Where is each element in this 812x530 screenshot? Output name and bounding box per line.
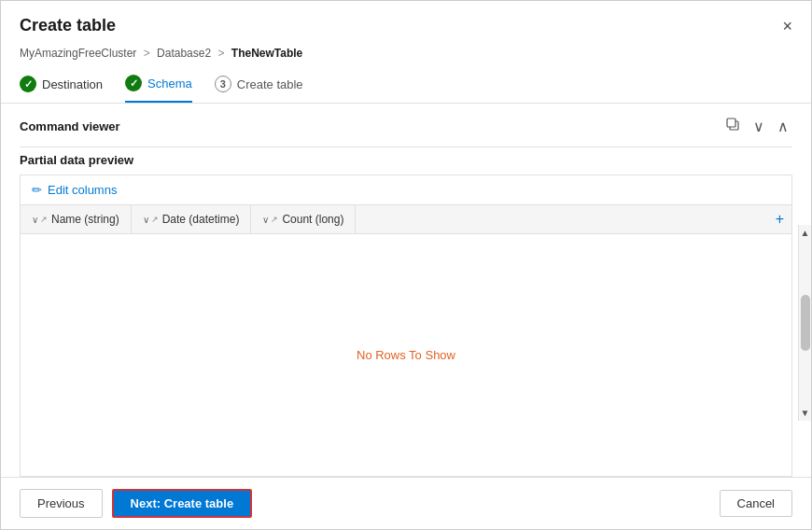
step-schema-icon: ✓ xyxy=(125,75,142,91)
scroll-up-icon[interactable]: ∧ xyxy=(774,116,792,137)
edit-columns-row: ✏ Edit columns xyxy=(21,175,791,205)
cancel-button[interactable]: Cancel xyxy=(720,490,792,517)
table-header: ∨ ↗ Name (string) ∨ ↗ Date (datetime) ∨ … xyxy=(21,205,791,234)
command-viewer-icons: ∨ ∧ xyxy=(721,115,792,137)
breadcrumb-sep2: > xyxy=(217,47,224,60)
data-table: ✏ Edit columns ∨ ↗ Name (string) ∨ ↗ Dat… xyxy=(20,174,792,477)
step-schema-label: Schema xyxy=(147,77,192,91)
step-create-table[interactable]: 3 Create table xyxy=(215,76,303,102)
breadcrumb: MyAmazingFreeCluster > Database2 > TheNe… xyxy=(1,43,811,67)
create-table-dialog: Create table × MyAmazingFreeCluster > Da… xyxy=(0,0,812,530)
command-viewer-section: Command viewer ∨ ∧ xyxy=(1,104,811,146)
copy-icon[interactable] xyxy=(721,115,744,137)
footer-left: Previous Next: Create table xyxy=(20,489,252,518)
scroll-thumb[interactable] xyxy=(801,295,810,351)
pencil-icon: ✏ xyxy=(32,183,42,197)
step-destination-label: Destination xyxy=(42,77,103,91)
collapse-icon[interactable]: ∨ xyxy=(749,116,768,137)
edit-columns-link[interactable]: Edit columns xyxy=(48,183,117,197)
previous-button[interactable]: Previous xyxy=(20,489,103,518)
command-viewer-label: Command viewer xyxy=(20,119,120,133)
scroll-down-arrow[interactable]: ▼ xyxy=(798,405,811,421)
breadcrumb-table: TheNewTable xyxy=(231,47,302,60)
main-content: Command viewer ∨ ∧ Partial data preview … xyxy=(1,104,811,477)
empty-message: No Rows To Show xyxy=(357,348,455,362)
steps-nav: ✓ Destination ✓ Schema 3 Create table xyxy=(1,67,811,104)
col-name-label: Name (string) xyxy=(51,213,119,226)
dialog-footer: Previous Next: Create table Cancel xyxy=(1,477,811,529)
add-column-button[interactable]: + xyxy=(776,211,784,228)
step-create-table-label: Create table xyxy=(237,77,303,91)
step-destination-icon: ✓ xyxy=(20,76,36,92)
dialog-title: Create table xyxy=(20,16,116,35)
scroll-up-arrow[interactable]: ▲ xyxy=(798,225,811,241)
col-date-label: Date (datetime) xyxy=(162,213,240,226)
scrollbar[interactable]: ▲ ▼ xyxy=(798,225,811,421)
breadcrumb-db: Database2 xyxy=(157,47,211,60)
breadcrumb-sep1: > xyxy=(144,47,150,60)
col-header-date[interactable]: ∨ ↗ Date (datetime) xyxy=(132,205,252,233)
svg-rect-1 xyxy=(727,119,735,127)
col-header-name[interactable]: ∨ ↗ Name (string) xyxy=(21,205,132,233)
partial-preview-label: Partial data preview xyxy=(1,147,811,174)
col-count-label: Count (long) xyxy=(282,213,343,226)
next-create-table-button[interactable]: Next: Create table xyxy=(112,489,253,518)
breadcrumb-cluster: MyAmazingFreeCluster xyxy=(20,47,136,60)
step-schema[interactable]: ✓ Schema xyxy=(125,75,192,103)
table-body-empty: No Rows To Show xyxy=(21,234,791,476)
dialog-header: Create table × xyxy=(1,1,811,43)
step-create-table-icon: 3 xyxy=(215,76,231,92)
col-header-count[interactable]: ∨ ↗ Count (long) xyxy=(251,205,356,233)
close-button[interactable]: × xyxy=(782,18,792,35)
step-destination[interactable]: ✓ Destination xyxy=(20,76,103,102)
